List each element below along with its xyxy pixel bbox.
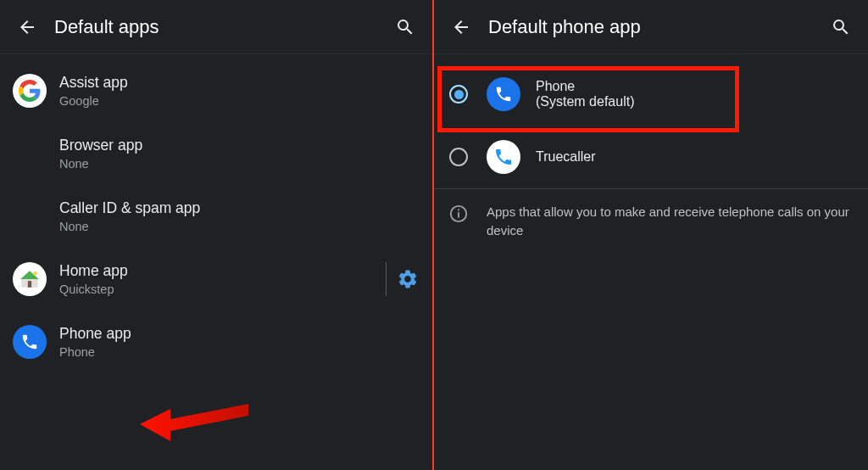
option-truecaller[interactable]: Truecaller [434,126,868,188]
annotation-arrow-icon [140,397,250,448]
truecaller-icon [487,140,520,174]
assist-app-value: Google [59,94,419,108]
callerid-app-value: None [59,220,419,233]
row-callerid-app[interactable]: Caller ID & spam app None [0,185,432,248]
arrow-back-icon [17,17,37,37]
info-row: Apps that allow you to make and receive … [434,188,868,250]
browser-app-value: None [59,157,419,171]
svg-point-3 [33,271,37,276]
row-assist-app[interactable]: Assist app Google [0,59,432,122]
row-phone-app[interactable]: Phone app Phone [0,311,432,373]
radio-unselected-icon [449,148,468,166]
callerid-app-label: Caller ID & spam app [59,199,419,218]
default-apps-panel: Default apps Assist app [0,0,434,470]
search-button-left[interactable] [388,10,422,44]
default-apps-list: Assist app Google Browser app None Calle… [0,54,432,373]
row-browser-app[interactable]: Browser app None [0,122,432,185]
option-phone-sublabel: (System default) [536,94,853,109]
svg-marker-4 [140,404,248,441]
svg-rect-7 [458,210,459,211]
search-button-right[interactable] [824,10,858,44]
svg-rect-6 [458,212,459,217]
info-icon [449,204,468,223]
phone-option-icon [487,77,520,111]
gear-icon [397,268,419,290]
option-phone[interactable]: Phone (System default) [434,63,868,126]
google-icon [13,74,47,108]
svg-rect-2 [28,281,31,288]
option-truecaller-label: Truecaller [536,149,853,165]
page-title-left: Default apps [54,16,388,38]
header-right: Default phone app [434,0,868,54]
phone-app-value: Phone [59,345,419,359]
home-app-settings-button[interactable] [397,268,419,290]
header-left: Default apps [0,0,432,54]
home-app-value: Quickstep [59,283,379,296]
info-text: Apps that allow you to make and receive … [487,203,851,240]
phone-app-icon [13,325,47,359]
divider [386,262,387,296]
browser-app-label: Browser app [59,137,419,155]
search-icon [831,17,851,37]
home-app-label: Home app [59,262,379,281]
assist-app-label: Assist app [59,74,419,92]
search-icon [395,17,415,37]
default-phone-app-panel: Default phone app Phone (System default) [434,0,868,470]
option-phone-label: Phone [536,79,853,94]
back-button[interactable] [10,10,44,44]
radio-selected-icon [449,85,468,104]
row-home-app[interactable]: Home app Quickstep [0,248,432,311]
back-button-right[interactable] [444,10,478,44]
phone-app-label: Phone app [59,325,419,344]
quickstep-icon [13,262,47,296]
arrow-back-icon [451,17,471,37]
page-title-right: Default phone app [488,16,824,38]
